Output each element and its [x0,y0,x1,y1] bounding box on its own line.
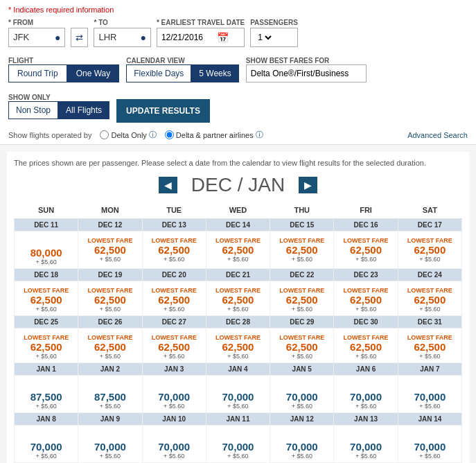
day-cell[interactable]: LOWEST FARE 62,500 + $5.60 [398,281,461,316]
week-header-cell: JAN 11 [206,413,270,426]
week-data-row: 80,000 + $5.60LOWEST FARE 62,500 + $5.60… [15,232,462,269]
day-cell[interactable]: LOWEST FARE 62,500 + $5.60 [78,281,142,316]
five-weeks-button[interactable]: 5 Weeks [191,64,238,82]
day-cell[interactable]: LOWEST FARE 62,500 + $5.60 [270,281,334,316]
day-cell[interactable]: LOWEST FARE 62,500 + $5.60 [142,232,206,269]
round-trip-button[interactable]: Round Trip [8,64,67,82]
prev-month-button[interactable]: ◀ [159,177,177,193]
week-header-row: DEC 25DEC 26DEC 27DEC 28DEC 29DEC 30DEC … [15,316,462,329]
week-header-cell: JAN 1 [15,363,78,376]
week-header-row: JAN 8JAN 9JAN 10JAN 11JAN 12JAN 13JAN 14 [15,413,462,426]
flight-buttons: Round Trip One Way [8,64,119,82]
day-cell[interactable]: LOWEST FARE 62,500 + $5.60 [398,232,461,269]
to-input-wrap[interactable]: ● [94,28,150,47]
day-cell[interactable]: LOWEST FARE 62,500 + $5.60 [206,329,270,363]
from-input[interactable] [13,32,55,42]
day-cell[interactable]: LOWEST FARE 62,500 + $5.60 [142,281,206,316]
day-cell[interactable]: LOWEST FARE 62,500 + $5.60 [15,281,78,316]
day-cell[interactable]: LOWEST FARE 62,500 + $5.60 [270,232,334,269]
week-header-cell: DEC 28 [206,316,270,329]
week-header-cell: JAN 6 [334,363,398,376]
to-input[interactable] [98,32,140,42]
update-results-button[interactable]: UPDATE RESULTS [116,99,210,123]
to-label: * TO [94,19,150,26]
day-cell[interactable]: 87,500 + $5.60 [15,376,78,413]
col-thu: THU [270,202,334,219]
passengers-select[interactable]: 1 2 3 [255,32,274,43]
col-fri: FRI [334,202,398,219]
day-cell[interactable]: LOWEST FARE 62,500 + $5.60 [334,281,398,316]
date-label: * EARLIEST TRAVEL DATE [157,19,245,26]
day-headers-row: SUN MON TUE WED THU FRI SAT [15,202,462,219]
advanced-search-link[interactable]: Advanced Search [407,131,468,139]
day-cell[interactable]: 70,000 + $5.60 [398,376,461,413]
week-header-row: DEC 11DEC 12DEC 13DEC 14DEC 15DEC 16DEC … [15,219,462,232]
day-cell[interactable]: 87,500 + $5.60 [78,376,142,413]
day-cell[interactable]: LOWEST FARE 62,500 + $5.60 [334,232,398,269]
info-text: The prices shown are per passenger. Plea… [14,159,462,167]
bottom-row: Show flights operated by Delta Only ⓘ De… [8,127,468,144]
col-wed: WED [206,202,270,219]
day-cell[interactable]: LOWEST FARE 62,500 + $5.60 [142,329,206,363]
day-cell[interactable]: 70,000 + $5.60 [206,376,270,413]
week-data-row: 87,500 + $5.60 87,500 + $5.60 70,000 + $… [15,376,462,413]
calendar-icon[interactable]: 📅 [217,32,229,43]
day-cell[interactable]: 70,000 + $5.60 [142,376,206,413]
day-cell[interactable]: 70,000 + $5.60 [15,426,78,463]
week-header-cell: JAN 3 [142,363,206,376]
day-cell[interactable]: 70,000 + $5.60 [206,426,270,463]
calendar-view-group: CALENDAR VIEW Flexible Days 5 Weeks [126,57,239,82]
flexible-days-button[interactable]: Flexible Days [126,64,191,82]
week-header-cell: JAN 8 [15,413,78,426]
from-input-wrap[interactable]: ● [8,28,65,47]
day-cell[interactable]: LOWEST FARE 62,500 + $5.60 [270,329,334,363]
non-stop-button[interactable]: Non Stop [8,101,58,119]
day-cell[interactable]: 70,000 + $5.60 [270,376,334,413]
delta-partner-radio[interactable]: Delta & partner airlines ⓘ [165,130,263,140]
day-cell[interactable]: LOWEST FARE 62,500 + $5.60 [206,232,270,269]
day-cell[interactable]: LOWEST FARE 62,500 + $5.60 [398,329,461,363]
show-only-label: SHOW ONLY [8,94,107,101]
location-icon-to: ● [140,32,146,43]
delta-only-radio[interactable]: Delta Only ⓘ [100,130,156,140]
passengers-wrap[interactable]: 1 2 3 [250,28,298,47]
show-only-buttons: Non Stop All Flights [8,101,109,119]
header-section: * Indicates required information * FROM … [0,0,476,145]
all-flights-button[interactable]: All Flights [58,101,109,119]
date-input-wrap[interactable]: 📅 [157,28,245,47]
cal-nav: ◀ DEC / JAN ▶ [14,174,462,196]
week-header-cell: DEC 11 [15,219,78,232]
info-icon-partner[interactable]: ⓘ [256,130,263,140]
week-header-cell: DEC 19 [78,269,142,281]
week-header-cell: DEC 30 [334,316,398,329]
swap-button[interactable]: ⇄ [71,28,88,47]
fares-select[interactable]: Delta One®/First/Business Main Cabin Del… [246,64,367,82]
day-cell[interactable]: 70,000 + $5.60 [78,426,142,463]
info-icon-delta[interactable]: ⓘ [149,130,157,140]
one-way-button[interactable]: One Way [67,64,120,82]
day-cell[interactable]: LOWEST FARE 62,500 + $5.60 [334,329,398,363]
day-cell[interactable]: 80,000 + $5.60 [15,232,78,269]
day-cell[interactable]: 70,000 + $5.60 [334,426,398,463]
location-icon: ● [55,32,60,43]
day-cell[interactable]: LOWEST FARE 62,500 + $5.60 [206,281,270,316]
col-tue: TUE [142,202,206,219]
day-cell[interactable]: 70,000 + $5.60 [142,426,206,463]
day-cell[interactable]: LOWEST FARE 62,500 + $5.60 [15,329,78,363]
week-data-row: LOWEST FARE 62,500 + $5.60LOWEST FARE 62… [15,281,462,316]
date-input[interactable] [161,33,217,42]
from-label: * FROM [8,19,65,26]
week-header-cell: DEC 14 [206,219,270,232]
day-cell[interactable]: 70,000 + $5.60 [334,376,398,413]
week-header-cell: DEC 31 [398,316,461,329]
day-cell[interactable]: 70,000 + $5.60 [398,426,461,463]
fares-select-container: Delta One®/First/Business Main Cabin Del… [246,64,367,82]
day-cell[interactable]: 70,000 + $5.60 [270,426,334,463]
search-form-row: * FROM ● ⇄ * TO ● * EARLIEST TRAVEL DATE… [8,18,468,47]
day-cell[interactable]: LOWEST FARE 62,500 + $5.60 [78,329,142,363]
next-month-button[interactable]: ▶ [299,177,317,193]
required-note: * Indicates required information [8,6,468,14]
fares-group: SHOW BEST FARES FOR Delta One®/First/Bus… [246,57,367,82]
day-cell[interactable]: LOWEST FARE 62,500 + $5.60 [78,232,142,269]
week-header-cell: DEC 13 [142,219,206,232]
